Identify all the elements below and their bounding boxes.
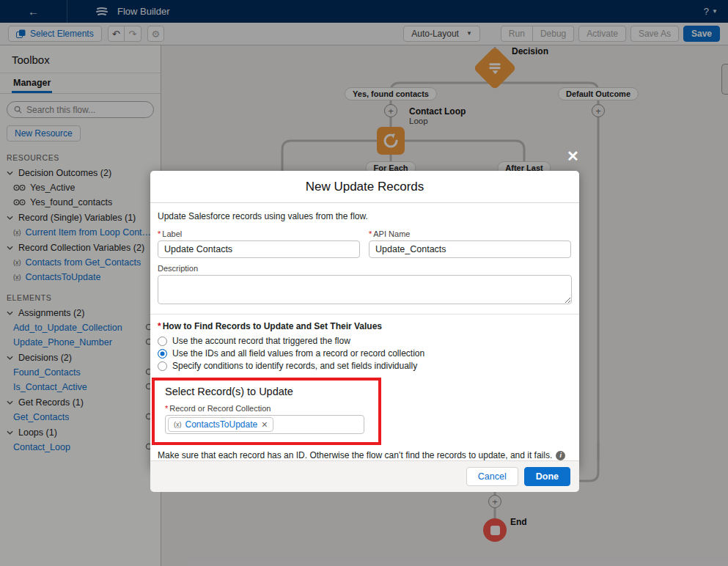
radio-specify-conditions[interactable]: Specify conditions to identify records, …: [158, 361, 572, 371]
required-asterisk: *: [369, 229, 372, 238]
modal-divider: [150, 314, 579, 315]
record-id-note: Make sure that each record has an ID. Ot…: [158, 450, 572, 460]
highlight-annotation-box: Select Record(s) to Update *Record or Re…: [152, 378, 381, 445]
select-records-heading: Select Record(s) to Update: [165, 386, 371, 397]
modal-intro-text: Update Salesforce records using values f…: [158, 211, 572, 221]
radio-button-icon-selected[interactable]: [158, 349, 167, 359]
label-field-label: *Label: [158, 229, 360, 238]
radio-triggering-record[interactable]: Use the account record that triggered th…: [158, 336, 572, 346]
resource-pill-label: ContactsToUpdate: [185, 419, 258, 430]
description-field-input[interactable]: [158, 275, 572, 304]
record-collection-combobox[interactable]: (x̤) ContactsToUpdate ✕: [165, 415, 364, 434]
info-icon[interactable]: i: [556, 451, 565, 460]
done-button[interactable]: Done: [524, 467, 570, 486]
api-name-field-input[interactable]: [369, 240, 571, 258]
description-field-label: Description: [158, 264, 572, 273]
new-update-records-modal: New Update Records Update Salesforce rec…: [150, 171, 579, 469]
remove-pill-icon[interactable]: ✕: [261, 420, 268, 430]
label-field-input[interactable]: [158, 240, 360, 258]
radio-ids-and-field-values[interactable]: Use the IDs and all field values from a …: [158, 348, 572, 359]
modal-title: New Update Records: [161, 180, 569, 194]
api-name-field-label: *API Name: [369, 229, 571, 238]
required-asterisk: *: [165, 404, 168, 413]
modal-footer: Cancel Done: [150, 460, 579, 492]
required-asterisk: *: [158, 229, 161, 238]
record-collection-field-label: *Record or Record Collection: [165, 404, 371, 413]
modal-body: Update Salesforce records using values f…: [150, 203, 579, 460]
cancel-button[interactable]: Cancel: [466, 467, 518, 486]
radio-button-icon[interactable]: [158, 337, 167, 346]
required-asterisk: *: [158, 321, 161, 331]
radio-button-icon[interactable]: [158, 361, 167, 371]
modal-header: New Update Records: [150, 171, 579, 203]
how-to-find-legend: *How to Find Records to Update and Set T…: [158, 321, 572, 331]
record-variable-icon: (x̤): [174, 421, 182, 428]
resource-pill[interactable]: (x̤) ContactsToUpdate ✕: [168, 417, 273, 432]
flow-builder-app: ← Flow Builder ? ▼ Select Elements ↶ ↷ ⚙: [0, 0, 728, 566]
close-icon[interactable]: ✕: [567, 149, 579, 163]
